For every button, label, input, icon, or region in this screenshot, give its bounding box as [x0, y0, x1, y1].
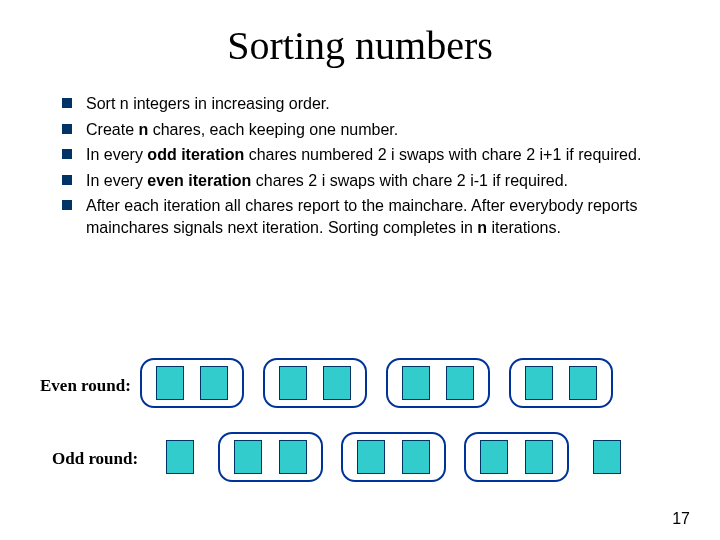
chare-pair [464, 432, 568, 482]
chare-box [525, 440, 553, 474]
chare-pair [509, 358, 613, 408]
chare-box [200, 366, 228, 400]
chare-box [234, 440, 262, 474]
bullet-text: After each iteration all chares report t… [86, 195, 690, 238]
slide-title: Sorting numbers [0, 22, 720, 69]
bullet-item: In every even iteration chares 2 i swaps… [62, 170, 690, 192]
chare-box [279, 366, 307, 400]
chare-box [402, 440, 430, 474]
bullet-icon [62, 98, 72, 108]
chare-box [480, 440, 508, 474]
chare-pair [263, 358, 367, 408]
chare-box [446, 366, 474, 400]
odd-round-label: Odd round: [52, 449, 138, 469]
bullet-icon [62, 149, 72, 159]
chare-pair [218, 432, 322, 482]
chare-pair [341, 432, 445, 482]
chare-single [160, 438, 200, 476]
chare-box [357, 440, 385, 474]
even-round-label: Even round: [40, 376, 131, 396]
bullet-item: Sort n integers in increasing order. [62, 93, 690, 115]
chare-box [156, 366, 184, 400]
bullet-icon [62, 200, 72, 210]
chare-pair [386, 358, 490, 408]
chare-box [166, 440, 194, 474]
bullet-text: In every odd iteration chares numbered 2… [86, 144, 641, 166]
bullet-text: Sort n integers in increasing order. [86, 93, 330, 115]
chare-pair [140, 358, 244, 408]
bullet-text: Create n chares, each keeping one number… [86, 119, 398, 141]
chare-box [279, 440, 307, 474]
page-number: 17 [672, 510, 690, 528]
chare-box [569, 366, 597, 400]
odd-round-diagram [160, 432, 641, 482]
bullet-item: In every odd iteration chares numbered 2… [62, 144, 690, 166]
bullet-text: In every even iteration chares 2 i swaps… [86, 170, 568, 192]
bullet-item: After each iteration all chares report t… [62, 195, 690, 238]
chare-box [525, 366, 553, 400]
bullet-icon [62, 175, 72, 185]
bullet-list: Sort n integers in increasing order. Cre… [62, 93, 690, 239]
bullet-item: Create n chares, each keeping one number… [62, 119, 690, 141]
even-round-diagram [140, 358, 627, 408]
chare-box [402, 366, 430, 400]
chare-single [587, 438, 627, 476]
chare-box [323, 366, 351, 400]
bullet-icon [62, 124, 72, 134]
chare-box [593, 440, 621, 474]
